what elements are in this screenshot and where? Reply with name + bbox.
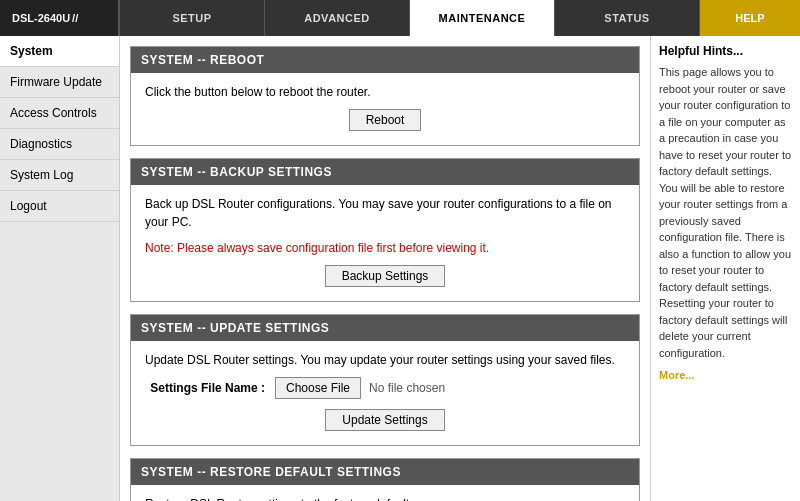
- file-row: Settings File Name : Choose File No file…: [145, 377, 625, 399]
- main-content: SYSTEM -- REBOOT Click the button below …: [120, 36, 650, 501]
- backup-button-row: Backup Settings: [145, 265, 625, 287]
- section-update-header: SYSTEM -- UPDATE SETTINGS: [131, 315, 639, 341]
- section-restore: SYSTEM -- RESTORE DEFAULT SETTINGS Resto…: [130, 458, 640, 501]
- section-backup-body: Back up DSL Router configurations. You m…: [131, 185, 639, 301]
- section-reboot-header: SYSTEM -- REBOOT: [131, 47, 639, 73]
- backup-settings-button[interactable]: Backup Settings: [325, 265, 446, 287]
- reboot-button-row: Reboot: [145, 109, 625, 131]
- main-layout: System Firmware Update Access Controls D…: [0, 36, 800, 501]
- section-reboot: SYSTEM -- REBOOT Click the button below …: [130, 46, 640, 146]
- reboot-button[interactable]: Reboot: [349, 109, 422, 131]
- help-more-link[interactable]: More...: [659, 369, 792, 381]
- sidebar-item-access-controls[interactable]: Access Controls: [0, 98, 119, 129]
- sidebar-item-system[interactable]: System: [0, 36, 119, 67]
- file-label: Settings File Name :: [145, 381, 265, 395]
- update-description: Update DSL Router settings. You may upda…: [145, 351, 625, 369]
- section-backup: SYSTEM -- BACKUP SETTINGS Back up DSL Ro…: [130, 158, 640, 302]
- section-backup-header: SYSTEM -- BACKUP SETTINGS: [131, 159, 639, 185]
- sidebar-item-diagnostics[interactable]: Diagnostics: [0, 129, 119, 160]
- logo: DSL-2640U//: [0, 0, 120, 36]
- backup-description: Back up DSL Router configurations. You m…: [145, 195, 625, 231]
- section-restore-body: Restore DSL Router settings to the facto…: [131, 485, 639, 501]
- sidebar-item-firmware-update[interactable]: Firmware Update: [0, 67, 119, 98]
- restore-description: Restore DSL Router settings to the facto…: [145, 495, 625, 501]
- help-title: Helpful Hints...: [659, 44, 792, 58]
- choose-file-button[interactable]: Choose File: [275, 377, 361, 399]
- logo-model: DSL-2640U: [12, 12, 70, 24]
- update-button-row: Update Settings: [145, 409, 625, 431]
- help-body: This page allows you to reboot your rout…: [659, 64, 792, 361]
- logo-slash: //: [72, 12, 78, 24]
- top-navigation-bar: DSL-2640U// SETUP ADVANCED MAINTENANCE S…: [0, 0, 800, 36]
- section-update: SYSTEM -- UPDATE SETTINGS Update DSL Rou…: [130, 314, 640, 446]
- section-reboot-body: Click the button below to reboot the rou…: [131, 73, 639, 145]
- section-restore-header: SYSTEM -- RESTORE DEFAULT SETTINGS: [131, 459, 639, 485]
- section-update-body: Update DSL Router settings. You may upda…: [131, 341, 639, 445]
- help-panel: Helpful Hints... This page allows you to…: [650, 36, 800, 501]
- update-settings-button[interactable]: Update Settings: [325, 409, 444, 431]
- tab-help[interactable]: HELP: [700, 0, 800, 36]
- no-file-chosen-label: No file chosen: [369, 381, 445, 395]
- tab-advanced[interactable]: ADVANCED: [265, 0, 410, 36]
- backup-note: Note: Please always save configuration f…: [145, 239, 625, 257]
- tab-status[interactable]: STATUS: [555, 0, 700, 36]
- sidebar: System Firmware Update Access Controls D…: [0, 36, 120, 501]
- sidebar-item-system-log[interactable]: System Log: [0, 160, 119, 191]
- tab-setup[interactable]: SETUP: [120, 0, 265, 36]
- sidebar-item-logout[interactable]: Logout: [0, 191, 119, 222]
- tab-maintenance[interactable]: MAINTENANCE: [410, 0, 555, 36]
- reboot-description: Click the button below to reboot the rou…: [145, 83, 625, 101]
